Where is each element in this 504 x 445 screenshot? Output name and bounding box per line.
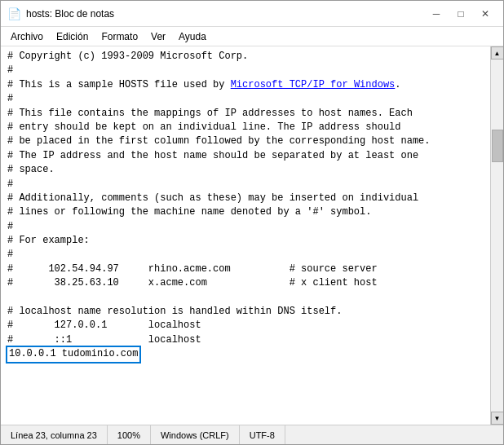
- line-1: # Copyright (c) 1993-2009 Microsoft Corp…: [7, 51, 430, 359]
- editor-area: # Copyright (c) 1993-2009 Microsoft Corp…: [1, 46, 503, 425]
- app-icon: 📄: [7, 7, 21, 20]
- menu-bar: Archivo Edición Formato Ver Ayuda: [1, 27, 503, 46]
- menu-edicion[interactable]: Edición: [50, 29, 95, 44]
- notepad-window: 📄 hosts: Bloc de notas ─ □ ✕ Archivo Edi…: [0, 0, 504, 445]
- menu-ayuda[interactable]: Ayuda: [172, 29, 213, 44]
- menu-ver[interactable]: Ver: [144, 29, 172, 44]
- window-title: hosts: Bloc de notas: [26, 8, 114, 20]
- scroll-up-button[interactable]: ▲: [491, 46, 504, 59]
- minimize-button[interactable]: ─: [425, 6, 448, 22]
- status-line-ending: Windows (CRLF): [151, 425, 240, 444]
- status-bar: Línea 23, columna 23 100% Windows (CRLF)…: [1, 425, 503, 444]
- title-controls: ─ □ ✕: [425, 6, 497, 22]
- title-bar-left: 📄 hosts: Bloc de notas: [7, 7, 114, 20]
- status-zoom: 100%: [108, 425, 151, 444]
- scroll-thumb[interactable]: [492, 130, 503, 162]
- status-encoding: UTF-8: [240, 425, 285, 444]
- maximize-button[interactable]: □: [449, 6, 472, 22]
- scroll-down-button[interactable]: ▼: [491, 412, 504, 425]
- close-button[interactable]: ✕: [474, 6, 497, 22]
- vertical-scrollbar[interactable]: ▲ ▼: [490, 46, 503, 425]
- scroll-track[interactable]: [491, 59, 503, 412]
- last-line-highlight: 10.0.0.1 tudominio.com: [7, 347, 139, 361]
- status-position: Línea 23, columna 23: [7, 425, 108, 444]
- menu-formato[interactable]: Formato: [95, 29, 144, 44]
- title-bar: 📄 hosts: Bloc de notas ─ □ ✕: [1, 1, 503, 27]
- text-editor[interactable]: # Copyright (c) 1993-2009 Microsoft Corp…: [1, 46, 490, 425]
- menu-archivo[interactable]: Archivo: [4, 29, 50, 44]
- link-microsoft: Microsoft TCP/IP for Windows: [231, 79, 396, 90]
